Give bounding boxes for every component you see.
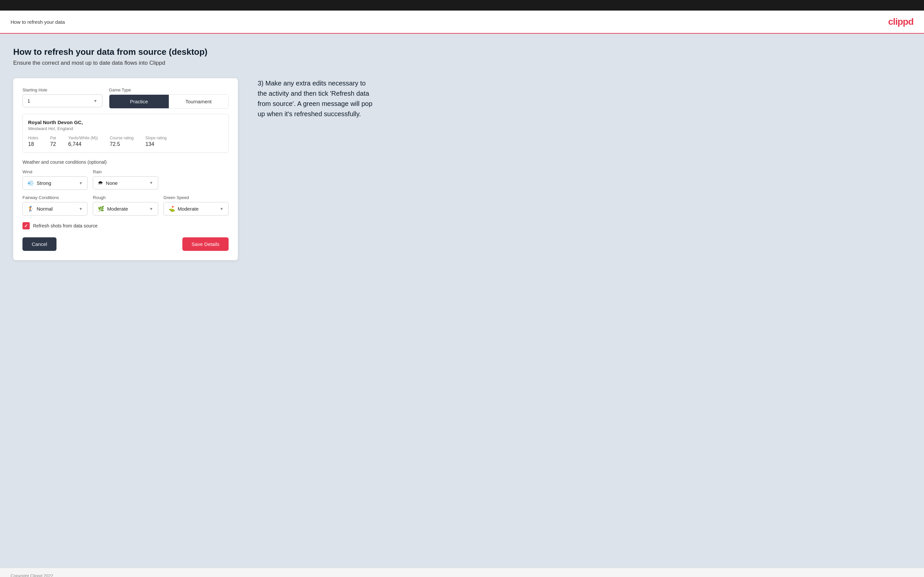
game-type-label: Game Type — [109, 87, 229, 92]
green-speed-select-value: ⛳ Moderate — [168, 206, 199, 212]
practice-button[interactable]: Practice — [109, 95, 169, 108]
chevron-down-icon: ▼ — [220, 206, 224, 211]
conditions-heading: Weather and course conditions (optional) — [23, 160, 229, 165]
starting-hole-group: Starting Hole 1 ▼ — [23, 87, 102, 109]
wind-icon: 💨 — [27, 180, 34, 186]
chevron-down-icon: ▼ — [94, 99, 97, 103]
par-label: Par — [50, 136, 57, 140]
row-hole-gametype: Starting Hole 1 ▼ Game Type Practice Tou… — [23, 87, 229, 109]
course-rating-value: 72.5 — [110, 141, 134, 147]
slope-rating-label: Slope rating — [145, 136, 166, 140]
green-speed-value-text: Moderate — [178, 206, 199, 211]
green-speed-select[interactable]: ⛳ Moderate ▼ — [163, 202, 229, 216]
fairway-icon: 🏌 — [27, 206, 34, 212]
side-description: 3) Make any extra edits necessary to the… — [258, 78, 376, 119]
stat-yards: Yards/White (M)) 6,744 — [68, 136, 98, 147]
rain-value-text: None — [106, 180, 118, 186]
starting-hole-value: 1 — [27, 98, 30, 104]
fairway-label: Fairway Conditions — [23, 195, 87, 200]
rough-icon: 🌿 — [98, 206, 104, 212]
holes-value: 18 — [28, 141, 38, 147]
stat-par: Par 72 — [50, 136, 57, 147]
yards-value: 6,744 — [68, 141, 98, 147]
green-speed-icon: ⛳ — [168, 206, 175, 212]
slope-rating-value: 134 — [145, 141, 166, 147]
stat-slope-rating: Slope rating 134 — [145, 136, 166, 147]
yards-label: Yards/White (M)) — [68, 136, 98, 140]
refresh-checkbox[interactable] — [23, 222, 30, 229]
wind-group: Wind 💨 Strong ▼ — [23, 169, 87, 190]
rain-spacer — [163, 169, 229, 190]
stat-holes: Holes 18 — [28, 136, 38, 147]
course-location: Westward Ho!, England — [28, 126, 223, 131]
sidebar-text: 3) Make any extra edits necessary to the… — [258, 78, 376, 119]
wind-value-text: Strong — [37, 180, 51, 186]
holes-label: Holes — [28, 136, 38, 140]
par-value: 72 — [50, 141, 57, 147]
rough-select-value: 🌿 Moderate — [98, 206, 128, 212]
rough-value-text: Moderate — [107, 206, 128, 211]
rain-select-value: 🌧 None — [98, 180, 118, 186]
save-button[interactable]: Save Details — [183, 237, 229, 251]
rain-select[interactable]: 🌧 None ▼ — [93, 176, 158, 190]
header-title: How to refresh your data — [11, 19, 65, 25]
game-type-buttons: Practice Tournament — [109, 94, 229, 109]
green-speed-label: Green Speed — [163, 195, 229, 200]
chevron-down-icon: ▼ — [79, 206, 82, 211]
row-wind-rain: Wind 💨 Strong ▼ Rain 🌧 None — [23, 169, 229, 190]
fairway-group: Fairway Conditions 🏌 Normal ▼ — [23, 195, 87, 216]
green-speed-group: Green Speed ⛳ Moderate ▼ — [163, 195, 229, 216]
top-bar — [0, 0, 924, 11]
rain-icon: 🌧 — [98, 180, 103, 186]
course-rating-label: Course rating — [110, 136, 134, 140]
cancel-button[interactable]: Cancel — [23, 237, 57, 251]
rough-select[interactable]: 🌿 Moderate ▼ — [93, 202, 158, 216]
rough-label: Rough — [93, 195, 158, 200]
page-heading: How to refresh your data from source (de… — [13, 47, 911, 57]
refresh-checkbox-row: Refresh shots from data source — [23, 222, 229, 229]
footer: Copyright Clippd 2022 — [0, 568, 924, 577]
copyright-text: Copyright Clippd 2022 — [11, 573, 53, 577]
tournament-button[interactable]: Tournament — [169, 95, 228, 108]
wind-label: Wind — [23, 169, 87, 174]
content-row: Starting Hole 1 ▼ Game Type Practice Tou… — [13, 78, 911, 260]
main-content: How to refresh your data from source (de… — [0, 34, 924, 568]
refresh-label: Refresh shots from data source — [33, 223, 97, 229]
wind-select-value: 💨 Strong — [27, 180, 51, 186]
course-info-box: Royal North Devon GC, Westward Ho!, Engl… — [23, 114, 229, 153]
fairway-select[interactable]: 🏌 Normal ▼ — [23, 202, 87, 216]
row-fairway-rough-green: Fairway Conditions 🏌 Normal ▼ Rough 🌿 — [23, 195, 229, 216]
starting-hole-select[interactable]: 1 ▼ — [23, 94, 102, 107]
fairway-select-value: 🏌 Normal — [27, 206, 53, 212]
rain-group: Rain 🌧 None ▼ — [93, 169, 158, 190]
clippd-logo: clippd — [888, 16, 913, 27]
rain-label: Rain — [93, 169, 158, 174]
header: How to refresh your data clippd — [0, 11, 924, 34]
chevron-down-icon: ▼ — [149, 206, 153, 211]
page-subheading: Ensure the correct and most up to date d… — [13, 60, 911, 66]
wind-select[interactable]: 💨 Strong ▼ — [23, 176, 87, 190]
button-row: Cancel Save Details — [23, 237, 229, 251]
rough-group: Rough 🌿 Moderate ▼ — [93, 195, 158, 216]
course-stats: Holes 18 Par 72 Yards/White (M)) 6,744 C… — [28, 136, 223, 147]
course-name: Royal North Devon GC, — [28, 119, 223, 125]
chevron-down-icon: ▼ — [79, 181, 82, 185]
chevron-down-icon: ▼ — [149, 181, 153, 185]
starting-hole-label: Starting Hole — [23, 87, 102, 92]
fairway-value-text: Normal — [37, 206, 53, 211]
stat-course-rating: Course rating 72.5 — [110, 136, 134, 147]
game-type-group: Game Type Practice Tournament — [109, 87, 229, 109]
form-card: Starting Hole 1 ▼ Game Type Practice Tou… — [13, 78, 238, 260]
